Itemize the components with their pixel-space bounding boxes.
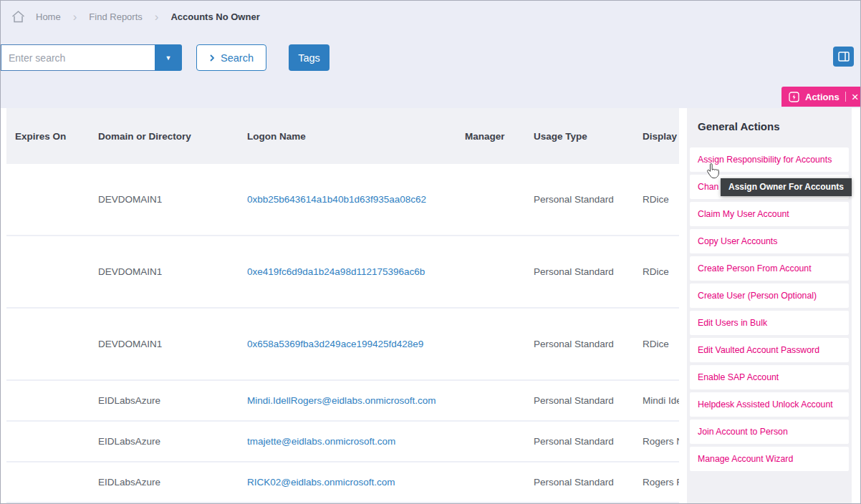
- column-header-logon-name[interactable]: Logon Name: [247, 131, 465, 142]
- cell-display: RDice: [643, 339, 679, 349]
- cell-usage-type: Personal Standard: [534, 339, 643, 349]
- table-row[interactable]: EIDLabsAzure RICK02@eidlabs.onmicrosoft.…: [6, 462, 679, 503]
- breadcrumb-find-reports[interactable]: Find Reports: [89, 11, 142, 22]
- cell-domain: EIDLabsAzure: [98, 477, 247, 488]
- action-item-create-person-from-account[interactable]: Create Person From Account: [690, 256, 849, 281]
- search-button-label: Search: [221, 52, 254, 64]
- panel-layout-icon: [838, 52, 850, 62]
- cell-display: RDice: [643, 266, 679, 277]
- panel-toggle-button[interactable]: [833, 47, 854, 67]
- cell-domain: EIDLabsAzure: [98, 436, 247, 447]
- cell-domain: DEVDOMAIN1: [98, 339, 247, 349]
- actions-icon: [789, 92, 799, 102]
- chevron-right-icon: ›: [73, 11, 77, 23]
- actions-button[interactable]: Actions ×: [781, 87, 861, 107]
- cell-domain: EIDLabsAzure: [98, 395, 247, 406]
- caret-down-icon: ▼: [165, 54, 172, 62]
- right-gutter: [852, 108, 861, 503]
- action-item-manage-account-wizard[interactable]: Manage Account Wizard: [690, 447, 849, 471]
- chevron-right-icon: ›: [155, 11, 159, 23]
- cell-usage-type: Personal Standard: [534, 477, 643, 488]
- chevron-right-icon: [209, 54, 215, 62]
- table-row[interactable]: EIDLabsAzure Mindi.IdellRogers@eidlabs.o…: [6, 381, 679, 422]
- table-header: Expires On Domain or Directory Logon Nam…: [6, 108, 679, 164]
- cell-domain: DEVDOMAIN1: [98, 266, 247, 277]
- table-row[interactable]: EIDLabsAzure tmajette@eidlabs.onmicrosof…: [6, 422, 679, 462]
- column-header-display[interactable]: Display: [643, 131, 679, 142]
- panel-title: General Actions: [698, 120, 852, 132]
- action-item-assign-responsibility[interactable]: Assign Responsibility for Accounts: [690, 147, 849, 172]
- cell-display: Rogers N: [643, 436, 679, 447]
- action-item-edit-users-in-bulk[interactable]: Edit Users in Bulk: [690, 311, 849, 335]
- logon-name-link[interactable]: 0xe419fc6d9da1b24a98d112175396ac6b: [247, 266, 465, 277]
- breadcrumb: Home › Find Reports › Accounts No Owner: [1, 1, 860, 32]
- table-row[interactable]: DEVDOMAIN1 0x658a5369fba3d249ace199425fd…: [6, 309, 679, 381]
- action-item-enable-sap-account[interactable]: Enable SAP Account: [690, 365, 849, 389]
- logon-name-link[interactable]: 0xbb25b643614a1b40b1d63f935aa08c62: [247, 194, 465, 205]
- cell-usage-type: Personal Standard: [534, 436, 643, 447]
- action-item-claim-my-user-account[interactable]: Claim My User Account: [690, 202, 849, 226]
- home-icon[interactable]: [11, 10, 25, 24]
- search-dropdown-button[interactable]: ▼: [155, 44, 182, 71]
- cell-usage-type: Personal Standard: [534, 194, 643, 205]
- action-item-edit-vaulted-account-password[interactable]: Edit Vaulted Account Password: [690, 338, 849, 362]
- logon-name-link[interactable]: Mindi.IdellRogers@eidlabs.onmicrosoft.co…: [247, 395, 465, 406]
- logon-name-link[interactable]: tmajette@eidlabs.onmicrosoft.com: [247, 436, 465, 447]
- divider: [845, 92, 846, 102]
- search-input[interactable]: [1, 44, 155, 71]
- actions-button-label: Actions: [805, 92, 840, 102]
- action-item-helpdesk-assisted-unlock[interactable]: Helpdesk Assisted Unlock Account: [690, 392, 849, 417]
- column-header-domain[interactable]: Domain or Directory: [98, 131, 247, 142]
- general-actions-panel: General Actions Assign Responsibility fo…: [687, 108, 852, 503]
- table-row[interactable]: DEVDOMAIN1 0xbb25b643614a1b40b1d63f935aa…: [6, 164, 679, 236]
- cell-usage-type: Personal Standard: [534, 266, 643, 277]
- column-header-usage-type[interactable]: Usage Type: [534, 131, 643, 142]
- logon-name-link[interactable]: RICK02@eidlabs.onmicrosoft.com: [247, 477, 465, 488]
- tags-button-label: Tags: [298, 52, 320, 64]
- cell-display: Mindi Ide: [643, 395, 679, 406]
- search-button[interactable]: Search: [196, 44, 266, 71]
- tags-button[interactable]: Tags: [289, 44, 330, 71]
- cell-display: Rogers R: [643, 477, 679, 488]
- breadcrumb-current-page: Accounts No Owner: [170, 11, 259, 22]
- tooltip: Assign Owner For Accounts: [721, 178, 852, 196]
- action-item-join-account-to-person[interactable]: Join Account to Person: [690, 420, 849, 444]
- column-header-manager[interactable]: Manager: [465, 131, 534, 142]
- close-icon[interactable]: ×: [852, 91, 859, 103]
- page: Home › Find Reports › Accounts No Owner …: [0, 0, 861, 504]
- breadcrumb-home[interactable]: Home: [36, 11, 61, 22]
- action-item-create-user[interactable]: Create User (Person Optional): [690, 284, 849, 308]
- logon-name-link[interactable]: 0x658a5369fba3d249ace199425fd428e9: [247, 339, 465, 349]
- table-row[interactable]: DEVDOMAIN1 0xe419fc6d9da1b24a98d11217539…: [6, 236, 679, 309]
- column-header-expires-on[interactable]: Expires On: [15, 131, 98, 142]
- cell-usage-type: Personal Standard: [534, 395, 643, 406]
- action-item-copy-user-accounts[interactable]: Copy User Accounts: [690, 229, 849, 253]
- table-panel-gap: [679, 108, 687, 503]
- cell-domain: DEVDOMAIN1: [98, 194, 247, 205]
- cell-display: RDice: [643, 194, 679, 205]
- table-body: DEVDOMAIN1 0xbb25b643614a1b40b1d63f935aa…: [6, 164, 679, 504]
- left-gutter: [1, 108, 6, 503]
